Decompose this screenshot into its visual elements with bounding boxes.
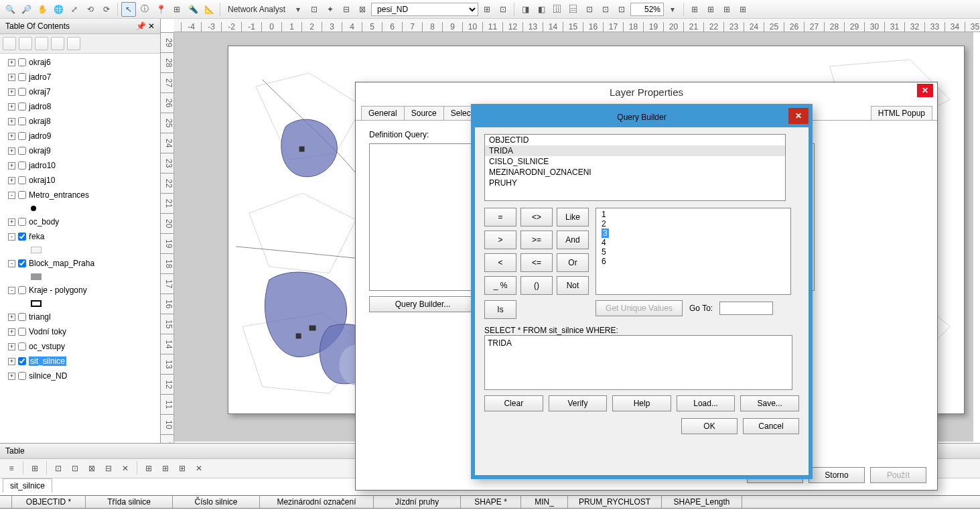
row-selector-col[interactable] [0,496,12,508]
layer-checkbox[interactable] [18,147,26,155]
toc-view-btn[interactable] [35,37,48,50]
tool-btn[interactable]: ⊞ [687,2,702,17]
operator-button[interactable]: Not [557,276,589,295]
tool-btn[interactable]: ⊡ [614,2,629,17]
toc-item[interactable]: +oc_body [3,214,157,229]
table-tool[interactable]: ⊡ [51,461,66,476]
layer-label[interactable]: okraj8 [29,117,51,126]
layer-checkbox[interactable] [18,259,26,267]
operator-button[interactable]: < [484,253,516,272]
tool-btn[interactable]: ⊞ [719,2,734,17]
expand-icon[interactable]: + [8,373,15,380]
layer-checkbox[interactable] [18,328,26,336]
cancel-button[interactable]: Storno [809,467,865,483]
expand-icon[interactable]: + [8,103,15,111]
tool-btn[interactable]: ◨ [518,2,533,17]
column-header[interactable]: PRUM_RYCHLOST [568,496,662,508]
close-icon[interactable]: ✕ [788,108,809,124]
tool-btn[interactable]: ⊞ [703,2,718,17]
toc-item[interactable]: -Kraje - polygony [3,283,157,298]
value-item[interactable]: 5 [600,247,786,257]
tool-btn[interactable]: ⊞ [736,2,750,17]
toc-view-btn[interactable] [3,37,16,50]
column-header[interactable]: Třída silnice [86,496,173,508]
toc-view-btn[interactable] [67,37,80,50]
layer-label[interactable]: jadro7 [29,72,51,82]
expand-icon[interactable]: - [8,192,15,199]
value-item[interactable]: 1 [600,210,786,219]
column-header[interactable]: SHAPE_Length [662,496,742,508]
value-item[interactable]: 2 [600,219,786,229]
layer-label[interactable]: Kraje - polygony [29,285,87,295]
tool-btn[interactable]: ⤢ [67,2,82,17]
tool-btn[interactable]: ⊞ [169,2,184,17]
layer-checkbox[interactable] [18,286,26,294]
column-header[interactable]: OBJECTID * [12,496,86,508]
operator-button[interactable]: >= [520,231,553,249]
toc-item[interactable]: +jadro7 [3,70,157,84]
tool-btn[interactable]: ⿳ [566,2,581,17]
operator-button[interactable]: _ % [484,276,516,295]
operator-button[interactable]: <= [520,253,553,272]
tool-btn[interactable]: ⊡ [496,2,510,17]
close-icon[interactable]: ✕ [917,84,933,97]
toc-item[interactable]: -Metro_entrances [3,188,157,202]
layer-label[interactable]: Block_map_Praha [29,259,94,268]
layer-label[interactable]: Metro_entrances [29,190,89,200]
field-item[interactable]: PRUHY [485,178,785,188]
zoom-combo[interactable] [630,3,664,16]
value-item[interactable]: 3 [600,229,786,238]
operator-button[interactable]: Or [557,253,589,272]
layer-checkbox[interactable] [18,73,26,81]
expand-icon[interactable]: + [8,118,15,125]
field-list[interactable]: OBJECTIDTRIDACISLO_SILNICEMEZINARODNI_OZ… [484,134,786,201]
tool-btn[interactable]: 📐 [202,2,216,17]
column-header[interactable]: MIN_ [521,496,568,508]
expand-icon[interactable]: + [8,328,15,336]
load-button[interactable]: Load... [677,395,736,411]
tool-btn[interactable]: ↖ [121,2,136,17]
identify-btn[interactable]: ⓘ [137,2,152,17]
tool-btn[interactable]: ✦ [323,2,338,17]
layer-checkbox[interactable] [18,342,26,350]
expand-icon[interactable]: + [8,59,15,66]
layer-label[interactable]: oc_body [29,217,59,226]
expand-icon[interactable]: + [8,358,15,365]
expand-icon[interactable]: + [8,74,15,81]
values-list[interactable]: 123456 [596,208,791,295]
expand-icon[interactable]: + [8,177,15,184]
layer-props-tab[interactable]: General [361,106,405,120]
table-tool[interactable]: ⊞ [141,461,156,476]
toc-tree[interactable]: +okraj6+jadro7+okraj7+jadro8+okraj8+jadr… [0,54,160,462]
expand-icon[interactable]: - [8,260,15,267]
column-header[interactable]: Mezinárodní označení [260,496,374,508]
layer-label[interactable]: řeka [29,232,44,241]
tool-btn[interactable]: ⟳ [99,2,114,17]
value-item[interactable]: 4 [600,238,786,247]
tool-btn[interactable]: ✋ [35,2,50,17]
field-item[interactable]: MEZINARODNI_OZNACENI [485,167,785,178]
apply-button[interactable]: Použít [870,467,926,483]
query-builder-button[interactable]: Query Builder... [369,296,476,312]
table-tool[interactable]: ⊟ [101,461,116,476]
toc-item[interactable]: +okraj6 [3,55,157,70]
layer-checkbox[interactable] [18,372,26,380]
toc-item[interactable]: +okraj8 [3,114,157,129]
layer-label[interactable]: okraj9 [29,146,51,155]
save-button[interactable]: Save... [740,395,799,411]
network-dataset-combo[interactable]: pesi_ND [371,3,478,16]
table-tool[interactable]: ⊠ [84,461,99,476]
expand-icon[interactable]: + [8,147,15,155]
layer-checkbox[interactable] [18,176,26,184]
field-item[interactable]: OBJECTID [485,135,785,145]
network-analyst-label[interactable]: Network Analyst [224,5,289,14]
table-tool[interactable]: ✕ [192,461,206,476]
layer-checkbox[interactable] [18,161,26,170]
table-tool[interactable]: ✕ [118,461,133,476]
dropdown-icon[interactable]: ▾ [665,2,680,17]
layer-checkbox[interactable] [18,191,26,199]
column-header[interactable]: Jízdní pruhy [374,496,461,508]
layer-checkbox[interactable] [18,132,26,140]
toc-item[interactable]: +jadro8 [3,99,157,114]
layer-label[interactable]: jadro8 [29,102,51,111]
